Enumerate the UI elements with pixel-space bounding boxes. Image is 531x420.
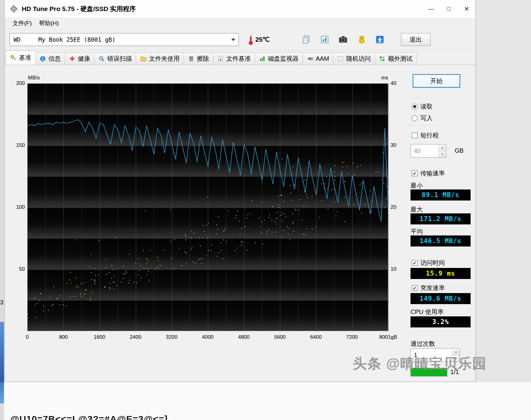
tab-random-access[interactable]: 随机访问	[333, 52, 375, 65]
trash-icon	[188, 55, 194, 62]
tab-health[interactable]: 健康	[65, 52, 94, 65]
tab-error-scan[interactable]: 错误扫描	[94, 52, 136, 65]
transfer-rate-checkbox[interactable]: ✓	[412, 170, 418, 176]
screenshot-button[interactable]	[336, 32, 350, 47]
cpu-usage-value: 3.2%	[411, 316, 471, 327]
tab-label: 文件夹使用	[149, 55, 180, 63]
burst-rate-checkbox[interactable]: ✓	[412, 285, 418, 291]
short-stroke-unit-label: GB	[455, 147, 464, 154]
tab-benchmark[interactable]: 基准	[6, 51, 36, 65]
close-button[interactable]: ✕	[458, 0, 476, 17]
background-window-bottom: @U10=7B<<=L@3?=#A@E=3@<=]	[4, 382, 531, 420]
spinner-down-icon[interactable]: ▼	[439, 151, 446, 158]
maximize-button[interactable]: □	[440, 0, 458, 17]
benchmark-icon	[10, 55, 17, 61]
benchmark-chart: MB/s ms 20015010050 40302010 08001600240…	[5, 66, 403, 382]
tab-label: 健康	[78, 55, 90, 63]
x-axis-tick: 8001gB	[379, 334, 397, 340]
tab-file-benchmark[interactable]: 文件基准	[213, 52, 255, 65]
minimize-button[interactable]: —	[422, 0, 440, 17]
donate-button[interactable]	[354, 32, 369, 47]
camera-icon	[338, 35, 348, 44]
check-icon: ✓	[413, 286, 417, 290]
watermark-text: 头条 @晴晴宝贝乐园	[353, 354, 487, 373]
app-logo-icon	[10, 5, 18, 13]
short-stroke-checkbox[interactable]	[412, 132, 418, 138]
extra-tests-icon	[379, 55, 385, 62]
check-icon: ✓	[413, 261, 417, 265]
y-left-axis-tick: 200	[5, 80, 25, 86]
access-time-checkbox[interactable]: ✓	[412, 260, 418, 266]
tab-erase[interactable]: 擦除	[184, 52, 213, 65]
cpu-usage-label: CPU 使用率	[411, 308, 444, 316]
access-time-value: 15.9 ms	[411, 268, 471, 279]
save-screenshot-button[interactable]	[373, 32, 387, 47]
menu-bar: 文件(F) 帮助(H)	[5, 17, 476, 29]
write-radio-row[interactable]: 写入	[412, 114, 433, 122]
exit-button[interactable]: 退出	[401, 33, 430, 46]
write-radio[interactable]	[412, 115, 418, 121]
results-panel: 开始 读取 写入 短行程 40 ▲ ▼ GB ✓ 传输速率 最小	[404, 66, 476, 382]
burst-rate-row[interactable]: ✓ 突发速率	[412, 284, 445, 292]
y-left-axis-tick: 100	[5, 204, 25, 210]
tab-label: 额外测试	[388, 55, 412, 63]
tab-aam[interactable]: AAM	[303, 52, 333, 65]
background-window-text-fragment: 3	[0, 299, 3, 306]
burst-rate-value: 149.6 MB/s	[411, 293, 471, 304]
tab-folder-usage[interactable]: 文件夹使用	[136, 52, 184, 65]
spinner-up-icon[interactable]: ▲	[439, 144, 446, 151]
tab-label: 信息	[48, 55, 61, 63]
tab-disk-monitor[interactable]: 磁盘监视器	[255, 52, 303, 65]
y-right-tick-labels: 40302010	[391, 83, 405, 331]
x-axis-tick: 3200	[166, 334, 178, 340]
speaker-icon	[307, 55, 313, 62]
menu-file[interactable]: 文件(F)	[9, 18, 35, 29]
read-radio-label: 读取	[420, 102, 433, 111]
copy-image-button[interactable]	[318, 32, 332, 47]
file-benchmark-icon	[217, 55, 224, 62]
y-right-axis-unit: ms	[370, 75, 388, 81]
separator	[406, 126, 474, 126]
spinner-arrows[interactable]: ▲ ▼	[439, 144, 446, 157]
copy-text-button[interactable]	[299, 32, 313, 47]
y-right-axis-tick: 30	[391, 142, 405, 148]
temperature-value: 25℃	[255, 36, 270, 43]
app-window: HD Tune Pro 5.75 - 硬盘/SSD 实用程序 — □ ✕ 文件(…	[4, 0, 476, 382]
start-button[interactable]: 开始	[413, 74, 460, 88]
drive-select[interactable]: WD My Book 25EE (8001 gB)	[10, 33, 239, 46]
avg-value: 146.5 MB/s	[411, 235, 471, 246]
separator	[406, 164, 474, 164]
temperature-icon	[248, 33, 254, 46]
x-axis-tick-labels: 0800160024003200400048005600640072008001…	[27, 334, 388, 342]
transfer-rate-row[interactable]: ✓ 传输速率	[412, 169, 445, 178]
y-left-axis-tick: 150	[5, 142, 25, 148]
separator	[406, 98, 474, 99]
drive-name: My Book 25EE (8001 gB)	[38, 36, 116, 43]
window-controls: — □ ✕	[422, 0, 476, 17]
short-stroke-row[interactable]: 短行程	[412, 131, 439, 139]
background-window-bottom-text: @U10=7B<<=L@3?=#A@E=3@<=]	[10, 414, 168, 420]
random-access-icon	[337, 55, 344, 62]
tab-info[interactable]: 信息	[35, 52, 65, 65]
access-time-row[interactable]: ✓ 访问时间	[412, 259, 445, 267]
check-icon: ✓	[413, 171, 417, 176]
y-right-axis-tick: 10	[391, 266, 405, 272]
read-radio[interactable]	[412, 104, 418, 109]
short-stroke-size-spinner[interactable]: 40 ▲ ▼	[411, 144, 446, 158]
menu-help[interactable]: 帮助(H)	[35, 18, 62, 29]
chart-plot	[27, 83, 388, 331]
read-radio-row[interactable]: 读取	[412, 102, 433, 111]
separator	[406, 254, 474, 254]
window-title: HD Tune Pro 5.75 - 硬盘/SSD 实用程序	[22, 5, 136, 13]
copy-text-icon	[302, 35, 311, 44]
x-axis-tick: 7200	[346, 334, 358, 340]
y-right-axis-tick: 40	[391, 80, 405, 86]
download-arrow-icon	[375, 35, 384, 44]
copy-image-icon	[320, 35, 329, 44]
x-axis-tick: 6400	[310, 334, 322, 340]
x-axis-tick: 1600	[94, 334, 105, 340]
tab-label: 随机访问	[346, 55, 371, 63]
health-cross-icon	[69, 55, 75, 62]
tab-label: AAM	[316, 55, 329, 62]
tab-extra-tests[interactable]: 额外测试	[375, 52, 417, 65]
